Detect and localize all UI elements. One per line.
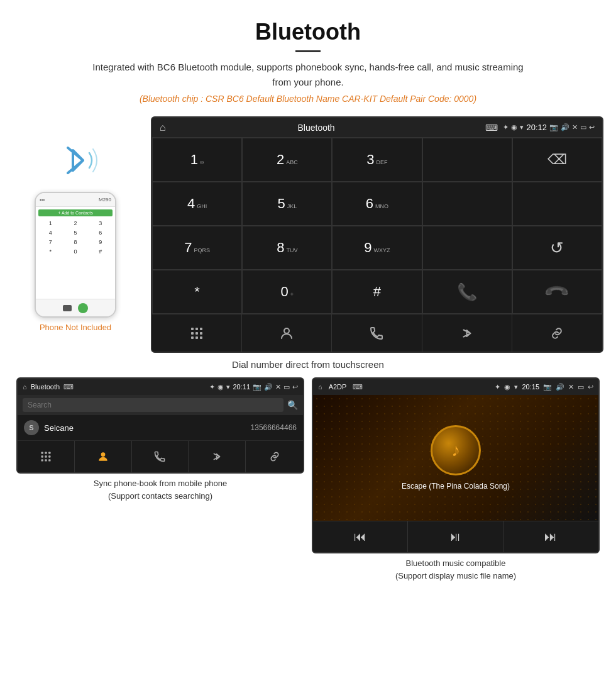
header-specs: (Bluetooth chip : CSR BC6 Default Blueto… bbox=[13, 94, 603, 104]
location-icon: ◉ bbox=[511, 123, 517, 131]
pb-nav-dialpad-btn[interactable] bbox=[18, 441, 75, 472]
music-playpause-btn[interactable]: ⏯ bbox=[408, 521, 503, 552]
svg-rect-13 bbox=[41, 455, 43, 457]
music-home-icon[interactable]: ⌂ bbox=[318, 383, 322, 391]
dial-empty-1 bbox=[422, 138, 512, 182]
window-icon[interactable]: ▭ bbox=[580, 123, 586, 131]
phone-bottom-bar bbox=[36, 299, 115, 316]
phone-call-btn[interactable] bbox=[78, 303, 88, 313]
dial-grid: 1∞ 2ABC 3DEF ⌫ 4GHI 5JKL 6MNO bbox=[152, 138, 602, 314]
dial-key-4[interactable]: 4GHI bbox=[152, 182, 242, 226]
pb-contact-row[interactable]: S Seicane 13566664466 bbox=[18, 415, 303, 441]
pb-bt-icon: ✦ bbox=[209, 383, 215, 391]
phone-key-hash[interactable]: # bbox=[88, 247, 113, 256]
nav-contacts-btn[interactable] bbox=[242, 314, 332, 352]
status-time: 20:12 bbox=[526, 123, 547, 132]
music-back-icon[interactable]: ↩ bbox=[588, 383, 593, 391]
phone-mockup: ••• M290 + Add to Contacts 1 2 3 4 5 6 7… bbox=[35, 192, 116, 318]
phone-key-8[interactable]: 8 bbox=[63, 238, 88, 247]
camera-icon[interactable]: 📷 bbox=[549, 123, 558, 131]
nav-bluetooth-btn[interactable] bbox=[422, 314, 512, 352]
pb-nav-bluetooth-btn[interactable] bbox=[189, 441, 246, 472]
dial-backspace-btn[interactable]: ⌫ bbox=[512, 138, 602, 182]
phone-key-4[interactable]: 4 bbox=[38, 228, 63, 237]
phone-key-5[interactable]: 5 bbox=[63, 228, 88, 237]
music-bt-icon: ✦ bbox=[495, 383, 500, 391]
dial-key-7[interactable]: 7PQRS bbox=[152, 226, 242, 270]
dial-screen-caption: Dial number direct from touchscreen bbox=[13, 359, 603, 370]
dial-reload-btn[interactable]: ↺ bbox=[512, 226, 602, 270]
phone-key-6[interactable]: 6 bbox=[88, 228, 113, 237]
pb-search-input[interactable] bbox=[23, 398, 283, 412]
phone-key-1[interactable]: 1 bbox=[38, 219, 63, 228]
pb-status-right: ✦ ◉ ▾ 20:11 📷 🔊 ✕ ▭ ↩ bbox=[209, 383, 298, 391]
svg-rect-8 bbox=[200, 336, 202, 339]
music-note-icon: ♪ bbox=[451, 440, 460, 460]
music-win-icon[interactable]: ▭ bbox=[578, 383, 584, 391]
phonebook-panel: ⌂ Bluetooth ⌨ ✦ ◉ ▾ 20:11 📷 🔊 ✕ ▭ ↩ bbox=[16, 377, 304, 582]
dial-key-1[interactable]: 1∞ bbox=[152, 138, 242, 182]
dial-key-3[interactable]: 3DEF bbox=[332, 138, 422, 182]
pb-nav-contacts-active-btn[interactable] bbox=[75, 441, 132, 472]
music-next-btn[interactable]: ⏭ bbox=[503, 521, 598, 552]
dial-call-red-btn[interactable]: 📞 bbox=[512, 270, 602, 314]
pb-home-icon[interactable]: ⌂ bbox=[23, 383, 27, 391]
dial-key-star[interactable]: * bbox=[152, 270, 242, 314]
music-time: 20:15 bbox=[522, 383, 539, 391]
phone-key-7[interactable]: 7 bbox=[38, 238, 63, 247]
music-close-icon[interactable]: ✕ bbox=[568, 383, 574, 391]
pb-contact-avatar: S bbox=[24, 420, 39, 435]
close-icon[interactable]: ✕ bbox=[572, 123, 578, 131]
dial-call-green-btn[interactable]: 📞 bbox=[422, 270, 512, 314]
phone-key-0[interactable]: 0 bbox=[63, 247, 88, 256]
pb-contact-number: 13566664466 bbox=[251, 423, 297, 432]
phone-add-contact-btn[interactable]: + Add to Contacts bbox=[38, 209, 113, 216]
phone-video-btn bbox=[63, 305, 72, 311]
dial-key-5[interactable]: 5JKL bbox=[242, 182, 332, 226]
music-status-bar: ⌂ A2DP ⌨ ✦ ◉ ▾ 20:15 📷 🔊 ✕ ▭ ↩ bbox=[313, 379, 598, 395]
pb-nav-link-btn[interactable] bbox=[246, 441, 303, 472]
nav-settings-btn[interactable] bbox=[512, 314, 602, 352]
dial-key-8[interactable]: 8TUV bbox=[242, 226, 332, 270]
pb-nav-calls-btn[interactable] bbox=[132, 441, 189, 472]
pb-close-icon[interactable]: ✕ bbox=[275, 383, 281, 391]
pb-win-icon[interactable]: ▭ bbox=[283, 383, 290, 391]
svg-point-19 bbox=[101, 452, 105, 457]
svg-rect-18 bbox=[48, 459, 50, 461]
phone-key-2[interactable]: 2 bbox=[63, 219, 88, 228]
pb-loc-icon: ◉ bbox=[217, 383, 224, 391]
dial-empty-3 bbox=[512, 182, 602, 226]
svg-rect-15 bbox=[48, 455, 50, 457]
pb-back-icon[interactable]: ↩ bbox=[292, 383, 298, 391]
nav-dialpad-btn[interactable] bbox=[152, 314, 242, 352]
pb-status-bar: ⌂ Bluetooth ⌨ ✦ ◉ ▾ 20:11 📷 🔊 ✕ ▭ ↩ bbox=[18, 379, 303, 395]
music-prev-btn[interactable]: ⏮ bbox=[313, 521, 408, 552]
page-title: Bluetooth bbox=[13, 19, 603, 45]
dial-empty-2 bbox=[422, 182, 512, 226]
pb-search-icon[interactable]: 🔍 bbox=[287, 400, 298, 410]
dial-key-hash[interactable]: # bbox=[332, 270, 422, 314]
car-dial-screen: ⌂ Bluetooth ⌨ ✦ ◉ ▾ 20:12 📷 🔊 ✕ ▭ ↩ 1∞ 2… bbox=[151, 116, 603, 353]
pb-usb-icon: ⌨ bbox=[63, 383, 74, 391]
dial-key-0[interactable]: 0+ bbox=[242, 270, 332, 314]
volume-icon[interactable]: 🔊 bbox=[561, 123, 569, 131]
svg-rect-5 bbox=[200, 332, 202, 335]
reload-icon: ↺ bbox=[550, 238, 564, 258]
dial-key-2[interactable]: 2ABC bbox=[242, 138, 332, 182]
pb-search-bar: 🔍 bbox=[18, 395, 303, 415]
phone-top-bar: ••• M290 bbox=[36, 193, 115, 207]
nav-calls-btn[interactable] bbox=[332, 314, 422, 352]
dial-key-6[interactable]: 6MNO bbox=[332, 182, 422, 226]
music-content-area: ♪ Escape (The Pina Colada Song) bbox=[313, 395, 598, 521]
music-album-art: ♪ bbox=[431, 425, 481, 475]
phone-key-9[interactable]: 9 bbox=[88, 238, 113, 247]
pb-screen-title: Bluetooth bbox=[31, 383, 60, 391]
back-icon[interactable]: ↩ bbox=[589, 123, 595, 131]
phone-key-star[interactable]: * bbox=[38, 247, 63, 256]
dial-key-9[interactable]: 9WXYZ bbox=[332, 226, 422, 270]
svg-rect-3 bbox=[191, 332, 194, 335]
svg-rect-7 bbox=[195, 336, 198, 339]
music-caption: Bluetooth music compatible(Support displ… bbox=[312, 557, 600, 582]
music-screen: ⌂ A2DP ⌨ ✦ ◉ ▾ 20:15 📷 🔊 ✕ ▭ ↩ ♪ Escape … bbox=[312, 377, 600, 553]
phone-key-3[interactable]: 3 bbox=[88, 219, 113, 228]
